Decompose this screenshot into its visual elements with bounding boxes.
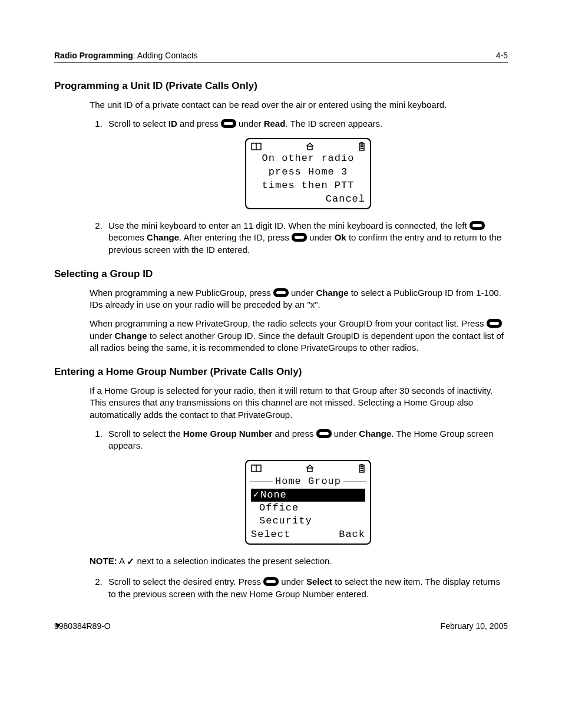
heading-home-group: Entering a Home Group Number (Private Ca… — [54, 365, 508, 379]
lcd-soft-left: Select — [251, 528, 290, 541]
rule-icon — [250, 482, 273, 482]
group-id-p2: When programming a new PrivateGroup, the… — [90, 318, 508, 354]
header-section-bold: Radio Programming — [54, 51, 133, 60]
svg-rect-5 — [361, 144, 363, 146]
lcd-softkeys: Cancel — [250, 193, 366, 206]
svg-rect-4 — [361, 142, 363, 143]
page: Radio Programming: Adding Contacts 4-5 P… — [54, 0, 508, 644]
home-group-steps-cont: Scroll to select the desired entry. Pres… — [54, 576, 508, 600]
softkey-icon — [487, 319, 502, 328]
lcd-softkeys: Select Back — [250, 528, 366, 541]
text-bold: Change — [115, 331, 147, 341]
unit-id-step-1: Scroll to select ID and press under Read… — [105, 118, 508, 209]
lcd-soft-right: Back — [339, 528, 365, 541]
text-bold: Read — [264, 118, 286, 129]
header-breadcrumb: Radio Programming: Adding Contacts — [54, 50, 198, 61]
home-group-step-1: Scroll to select the Home Group Number a… — [105, 428, 508, 545]
lcd-item-label: None — [260, 489, 287, 502]
text: under — [236, 118, 264, 129]
lcd-list-item: Security — [250, 515, 366, 528]
lcd-soft-right: Cancel — [326, 193, 365, 206]
text: becomes — [108, 232, 147, 242]
svg-rect-14 — [361, 468, 363, 469]
heading-unit-id: Programming a Unit ID (Private Calls Onl… — [54, 80, 508, 93]
softkey-icon — [316, 429, 332, 438]
home-group-body: If a Home Group is selected for your rad… — [90, 385, 508, 421]
heading-group-id: Selecting a Group ID — [54, 268, 508, 281]
text: under — [332, 429, 359, 439]
page-footer: 9980384R89-O February 10, 2005 — [54, 621, 508, 632]
header-page-number: 4-5 — [496, 50, 508, 61]
svg-rect-12 — [361, 464, 363, 465]
lcd-item-label: Office — [259, 502, 299, 515]
text-bold: ID — [168, 118, 177, 129]
check-icon: ✓ — [252, 489, 260, 502]
text: under — [279, 577, 306, 587]
text-bold: Home Group Number — [183, 429, 273, 439]
text: to select another Group ID. Since the de… — [90, 331, 504, 353]
book-icon — [251, 142, 262, 150]
text: under — [307, 232, 335, 242]
header-section-rest: : Adding Contacts — [133, 51, 198, 60]
svg-rect-15 — [361, 470, 363, 471]
home-group-steps: Scroll to select the Home Group Number a… — [54, 428, 508, 545]
text: Use the mini keyboard to enter an 11 dig… — [108, 220, 470, 230]
lcd-line: times then PTT — [250, 179, 366, 193]
softkey-icon — [470, 221, 485, 230]
text: Scroll to select — [108, 118, 168, 129]
svg-rect-10 — [308, 468, 312, 472]
svg-rect-6 — [361, 146, 363, 147]
unit-id-steps: Scroll to select ID and press under Read… — [54, 118, 508, 256]
home-icon — [305, 464, 315, 472]
text: . The ID screen appears. — [285, 118, 382, 129]
text: under — [90, 331, 115, 341]
text: and press — [177, 118, 221, 129]
footer-date: February 10, 2005 — [441, 621, 508, 632]
text: under — [289, 288, 316, 298]
book-icon — [251, 464, 262, 472]
text-bold: Select — [306, 577, 332, 587]
lcd-title: Home Group — [275, 475, 341, 489]
page-header: Radio Programming: Adding Contacts 4-5 — [54, 50, 508, 63]
home-group-intro: If a Home Group is selected for your rad… — [90, 385, 508, 421]
text-bold: Ok — [335, 232, 346, 242]
lcd-list-item: Office — [250, 502, 366, 515]
lcd-line: On other radio — [250, 152, 366, 166]
check-icon: ✓ — [127, 555, 134, 568]
lcd-title-row: Home Group — [250, 475, 366, 489]
softkey-icon — [273, 288, 289, 297]
note: NOTE: A ✓ next to a selection indicates … — [90, 555, 508, 568]
lcd-status-bar — [250, 141, 366, 152]
text: A — [117, 556, 127, 566]
svg-rect-2 — [308, 146, 312, 150]
battery-icon — [358, 463, 365, 473]
rule-icon — [343, 482, 366, 482]
lcd-screen-home-group: Home Group ✓None Office Security ▼ Selec… — [245, 460, 371, 544]
lcd-line: press Home 3 — [250, 166, 366, 179]
unit-id-step-2: Use the mini keyboard to enter an 11 dig… — [105, 220, 508, 256]
svg-rect-13 — [361, 466, 363, 467]
text-bold: Change — [147, 232, 179, 242]
lcd-item-label: Security — [259, 515, 312, 528]
group-id-body: When programming a new PublicGroup, pres… — [90, 287, 508, 354]
text: Scroll to select the — [108, 429, 183, 439]
text: When programming a new PrivateGroup, the… — [90, 318, 487, 328]
home-group-step-2: Scroll to select the desired entry. Pres… — [105, 576, 508, 600]
unit-id-intro: The unit ID of a private contact can be … — [90, 99, 508, 111]
group-id-p1: When programming a new PublicGroup, pres… — [90, 287, 508, 311]
text-bold: Change — [359, 429, 391, 439]
battery-icon — [358, 141, 365, 151]
text: Scroll to select the desired entry. Pres… — [108, 577, 263, 587]
home-icon — [305, 142, 315, 150]
softkey-icon — [221, 119, 236, 128]
softkey-icon — [292, 233, 307, 242]
text-bold: Change — [316, 288, 349, 298]
svg-rect-7 — [361, 148, 363, 149]
text: and press — [272, 429, 316, 439]
lcd-screen-id: On other radio press Home 3 times then P… — [245, 138, 371, 209]
text: . After entering the ID, press — [179, 232, 292, 242]
text: next to a selection indicates the presen… — [134, 556, 332, 566]
lcd-status-bar — [250, 463, 366, 474]
softkey-icon — [263, 577, 279, 586]
text: When programming a new PublicGroup, pres… — [90, 288, 273, 298]
